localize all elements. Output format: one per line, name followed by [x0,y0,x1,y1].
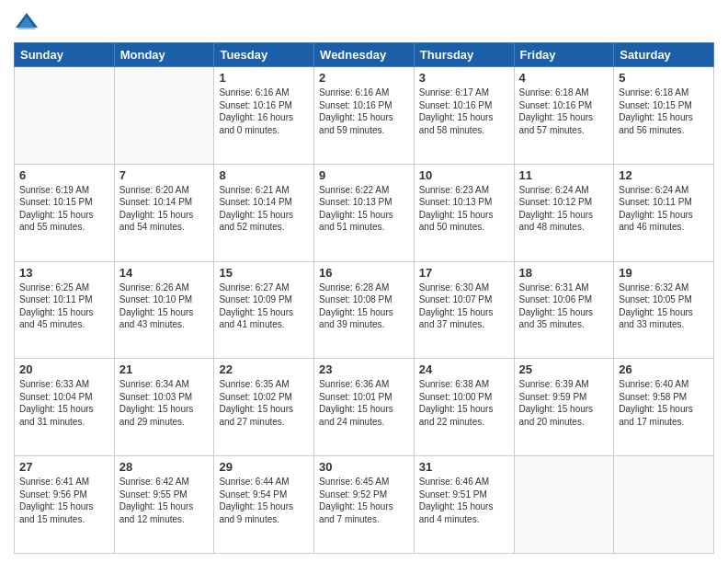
day-number: 26 [619,362,709,376]
calendar-cell: 18Sunrise: 6:31 AM Sunset: 10:06 PM Dayl… [514,261,614,359]
day-number: 2 [319,71,409,85]
day-number: 24 [419,362,509,376]
calendar-cell: 22Sunrise: 6:35 AM Sunset: 10:02 PM Dayl… [214,359,314,456]
calendar-week-4: 20Sunrise: 6:33 AM Sunset: 10:04 PM Dayl… [15,359,714,456]
cell-content: Sunrise: 6:36 AM Sunset: 10:01 PM Daylig… [319,378,409,428]
cell-content: Sunrise: 6:26 AM Sunset: 10:10 PM Daylig… [119,282,210,331]
day-number: 20 [19,362,109,376]
calendar-cell: 8Sunrise: 6:21 AM Sunset: 10:14 PM Dayli… [214,164,314,261]
calendar-cell [114,67,214,165]
logo [14,9,43,35]
calendar-cell: 4Sunrise: 6:18 AM Sunset: 10:16 PM Dayli… [514,67,614,165]
day-number: 17 [419,266,509,280]
calendar-cell [514,456,614,554]
calendar-header-thursday: Thursday [414,43,514,67]
calendar-header-sunday: Sunday [15,43,115,67]
cell-content: Sunrise: 6:18 AM Sunset: 10:16 PM Daylig… [519,86,609,136]
day-number: 13 [19,266,109,280]
day-number: 28 [119,460,210,474]
day-number: 4 [519,71,609,85]
day-number: 23 [319,362,409,376]
day-number: 14 [119,266,210,280]
cell-content: Sunrise: 6:20 AM Sunset: 10:14 PM Daylig… [119,184,210,234]
calendar-header-tuesday: Tuesday [214,43,314,67]
calendar-table: SundayMondayTuesdayWednesdayThursdayFrid… [14,42,714,554]
cell-content: Sunrise: 6:30 AM Sunset: 10:07 PM Daylig… [419,282,509,331]
cell-content: Sunrise: 6:16 AM Sunset: 10:16 PM Daylig… [219,86,309,136]
calendar-cell: 12Sunrise: 6:24 AM Sunset: 10:11 PM Dayl… [614,164,714,261]
cell-content: Sunrise: 6:27 AM Sunset: 10:09 PM Daylig… [219,282,309,331]
cell-content: Sunrise: 6:16 AM Sunset: 10:16 PM Daylig… [319,86,409,136]
cell-content: Sunrise: 6:23 AM Sunset: 10:13 PM Daylig… [419,184,509,234]
calendar-cell: 20Sunrise: 6:33 AM Sunset: 10:04 PM Dayl… [15,359,115,456]
cell-content: Sunrise: 6:33 AM Sunset: 10:04 PM Daylig… [19,378,109,428]
day-number: 5 [619,71,709,85]
calendar-cell: 30Sunrise: 6:45 AM Sunset: 9:52 PM Dayli… [314,456,415,554]
cell-content: Sunrise: 6:40 AM Sunset: 9:58 PM Dayligh… [619,378,709,428]
calendar-cell: 31Sunrise: 6:46 AM Sunset: 9:51 PM Dayli… [414,456,514,554]
calendar-cell: 9Sunrise: 6:22 AM Sunset: 10:13 PM Dayli… [314,164,415,261]
calendar-week-1: 1Sunrise: 6:16 AM Sunset: 10:16 PM Dayli… [15,67,714,165]
cell-content: Sunrise: 6:32 AM Sunset: 10:05 PM Daylig… [619,282,709,331]
cell-content: Sunrise: 6:19 AM Sunset: 10:15 PM Daylig… [19,184,109,234]
day-number: 15 [219,266,309,280]
calendar-cell: 2Sunrise: 6:16 AM Sunset: 10:16 PM Dayli… [314,67,415,165]
calendar-cell: 16Sunrise: 6:28 AM Sunset: 10:08 PM Dayl… [314,261,415,359]
calendar-header-monday: Monday [114,43,214,67]
calendar-header-friday: Friday [514,43,614,67]
day-number: 19 [619,266,709,280]
cell-content: Sunrise: 6:31 AM Sunset: 10:06 PM Daylig… [519,282,609,331]
calendar-cell: 27Sunrise: 6:41 AM Sunset: 9:56 PM Dayli… [15,456,115,554]
calendar-week-5: 27Sunrise: 6:41 AM Sunset: 9:56 PM Dayli… [15,456,714,554]
calendar-cell: 25Sunrise: 6:39 AM Sunset: 9:59 PM Dayli… [514,359,614,456]
calendar-cell: 6Sunrise: 6:19 AM Sunset: 10:15 PM Dayli… [15,164,115,261]
cell-content: Sunrise: 6:22 AM Sunset: 10:13 PM Daylig… [319,184,409,234]
cell-content: Sunrise: 6:35 AM Sunset: 10:02 PM Daylig… [219,378,309,428]
cell-content: Sunrise: 6:42 AM Sunset: 9:55 PM Dayligh… [119,476,210,525]
cell-content: Sunrise: 6:17 AM Sunset: 10:16 PM Daylig… [419,86,509,136]
day-number: 16 [319,266,409,280]
page: SundayMondayTuesdayWednesdayThursdayFrid… [0,0,728,563]
day-number: 3 [419,71,509,85]
day-number: 1 [219,71,309,85]
calendar-cell: 29Sunrise: 6:44 AM Sunset: 9:54 PM Dayli… [214,456,314,554]
cell-content: Sunrise: 6:39 AM Sunset: 9:59 PM Dayligh… [519,378,609,428]
logo-icon [14,9,40,35]
calendar-cell: 7Sunrise: 6:20 AM Sunset: 10:14 PM Dayli… [114,164,214,261]
calendar-header-row: SundayMondayTuesdayWednesdayThursdayFrid… [15,43,714,67]
day-number: 10 [419,168,509,182]
header [14,9,714,35]
calendar-week-3: 13Sunrise: 6:25 AM Sunset: 10:11 PM Dayl… [15,261,714,359]
calendar-cell: 3Sunrise: 6:17 AM Sunset: 10:16 PM Dayli… [414,67,514,165]
cell-content: Sunrise: 6:44 AM Sunset: 9:54 PM Dayligh… [219,476,309,525]
calendar-cell: 10Sunrise: 6:23 AM Sunset: 10:13 PM Dayl… [414,164,514,261]
cell-content: Sunrise: 6:28 AM Sunset: 10:08 PM Daylig… [319,282,409,331]
calendar-cell: 26Sunrise: 6:40 AM Sunset: 9:58 PM Dayli… [614,359,714,456]
day-number: 9 [319,168,409,182]
day-number: 11 [519,168,609,182]
cell-content: Sunrise: 6:21 AM Sunset: 10:14 PM Daylig… [219,184,309,234]
day-number: 12 [619,168,709,182]
cell-content: Sunrise: 6:38 AM Sunset: 10:00 PM Daylig… [419,378,509,428]
calendar-cell: 5Sunrise: 6:18 AM Sunset: 10:15 PM Dayli… [614,67,714,165]
calendar-header-saturday: Saturday [614,43,714,67]
calendar-cell: 23Sunrise: 6:36 AM Sunset: 10:01 PM Dayl… [314,359,415,456]
day-number: 7 [119,168,210,182]
cell-content: Sunrise: 6:41 AM Sunset: 9:56 PM Dayligh… [19,476,109,525]
calendar-cell: 1Sunrise: 6:16 AM Sunset: 10:16 PM Dayli… [214,67,314,165]
day-number: 22 [219,362,309,376]
day-number: 30 [319,460,409,474]
calendar-cell: 19Sunrise: 6:32 AM Sunset: 10:05 PM Dayl… [614,261,714,359]
cell-content: Sunrise: 6:45 AM Sunset: 9:52 PM Dayligh… [319,476,409,525]
cell-content: Sunrise: 6:46 AM Sunset: 9:51 PM Dayligh… [419,476,509,525]
calendar-cell: 24Sunrise: 6:38 AM Sunset: 10:00 PM Dayl… [414,359,514,456]
calendar-cell [15,67,115,165]
calendar-header-wednesday: Wednesday [314,43,415,67]
calendar-cell: 21Sunrise: 6:34 AM Sunset: 10:03 PM Dayl… [114,359,214,456]
cell-content: Sunrise: 6:24 AM Sunset: 10:11 PM Daylig… [619,184,709,234]
calendar-cell [614,456,714,554]
cell-content: Sunrise: 6:24 AM Sunset: 10:12 PM Daylig… [519,184,609,234]
cell-content: Sunrise: 6:34 AM Sunset: 10:03 PM Daylig… [119,378,210,428]
day-number: 21 [119,362,210,376]
calendar-cell: 15Sunrise: 6:27 AM Sunset: 10:09 PM Dayl… [214,261,314,359]
